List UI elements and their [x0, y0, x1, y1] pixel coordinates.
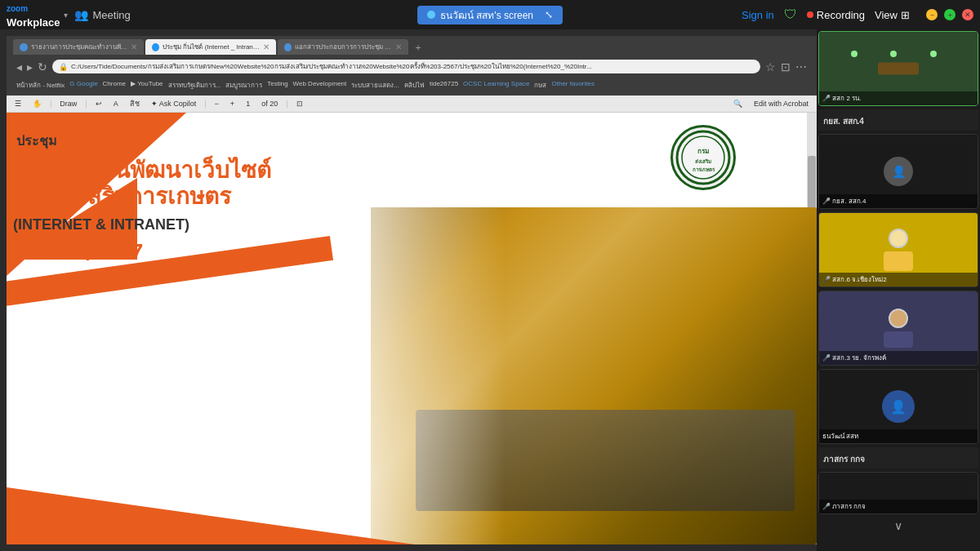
- browser-tab-1[interactable]: รายงานการประชุมคณะทำงานพัฒ... ✕: [13, 39, 144, 55]
- slide-line5: ครั้งที่ 3/2567: [13, 233, 271, 269]
- slide-line2: คณะทำงานพัฒนาเว็บไซต์: [13, 158, 271, 184]
- address-bar[interactable]: 🔒 C:/Users/Tide/Documents/กรมส่งเสริมการ…: [52, 60, 760, 73]
- expand-icon: ⤡: [545, 9, 553, 20]
- tab-favicon-3: [284, 43, 292, 51]
- mic-icon-4: 🎤: [822, 354, 831, 362]
- browser-tabs: รายงานการประชุมคณะทำงานพัฒ... ✕ ประชุม ก…: [13, 39, 810, 55]
- draw-tool[interactable]: Draw: [56, 99, 80, 109]
- screen-tab-label: ธนวัฒน์ สสท's screen: [440, 7, 533, 23]
- tab-label-1: รายงานการประชุมคณะทำงานพัฒ...: [31, 42, 127, 52]
- participant-card-4: 🎤 สสก.3 รย. จักรพงค์: [818, 291, 978, 366]
- participant-name-4: สสก.3 รย. จักรพงค์: [832, 354, 885, 362]
- close-button[interactable]: ✕: [962, 9, 973, 20]
- star-button[interactable]: ☆: [765, 60, 776, 73]
- recording-label: Recording: [817, 9, 865, 21]
- browser-chrome: รายงานการประชุมคณะทำงานพัฒ... ✕ ประชุม ก…: [7, 36, 817, 96]
- participant-video-5: 👤 ธนวัฒน์ สสท: [819, 370, 978, 443]
- bookmark-1[interactable]: สรรทบรัฐเดิมการ...: [168, 80, 221, 91]
- screen-share-tab[interactable]: ธนวัฒน์ สสท's screen ⤡: [417, 6, 563, 24]
- ask-copilot[interactable]: ✦ Ask Copilot: [148, 99, 200, 109]
- bookmark-google[interactable]: G Google: [69, 80, 97, 91]
- shield-icon: 🛡: [784, 7, 797, 22]
- main-area: รายงานการประชุมคณะทำงานพัฒ... ✕ ประชุม ก…: [0, 29, 980, 551]
- reload-button[interactable]: ↻: [38, 60, 47, 73]
- mic-icon-2: 🎤: [822, 198, 831, 205]
- bookmark-clip[interactable]: คลิปไฟ: [404, 80, 425, 91]
- recording-button[interactable]: Recording: [807, 9, 865, 21]
- bookmark-testing[interactable]: Testing: [267, 80, 287, 91]
- view-label: View: [875, 9, 898, 21]
- participant-name-3: สสก.6 จ.เชียงใหม่2: [832, 276, 887, 283]
- search-pdf[interactable]: 🔍: [730, 99, 746, 109]
- section-label-1-text: กยส. สสก.4: [823, 117, 864, 126]
- mic-icon-3: 🎤: [822, 276, 831, 283]
- show-more-button[interactable]: ∨: [817, 516, 980, 535]
- zoom-out[interactable]: −: [212, 99, 222, 109]
- browser-tab-3[interactable]: แอกสารประกอบการการประชุม WEBS... ✕: [278, 39, 408, 55]
- menu-button[interactable]: ⋯: [795, 60, 807, 73]
- browser-window: รายงานการประชุมคณะทำงานพัฒ... ✕ ประชุม ก…: [7, 36, 817, 544]
- zoom-text: zoom: [7, 4, 28, 13]
- extensions-button[interactable]: ⊡: [781, 60, 791, 73]
- page-indicator: 1: [243, 99, 253, 109]
- tab-close-2[interactable]: ✕: [263, 42, 270, 51]
- page-separator: of 20: [258, 99, 281, 109]
- bookmark-other[interactable]: Other favorites: [551, 80, 594, 91]
- slide-line1: ประชุม: [16, 131, 57, 151]
- svg-text:ส่งเสริม: ส่งเสริม: [695, 158, 711, 164]
- undo-btn[interactable]: ↩: [92, 99, 105, 109]
- zoom-in[interactable]: +: [227, 99, 238, 109]
- topbar-right: Sign in 🛡 Recording View ⊞ － ＋ ✕: [742, 7, 973, 22]
- orange-triangle-bottom: [7, 487, 415, 544]
- bookmark-2[interactable]: สมบูรณาการ: [225, 80, 262, 91]
- participant-name-overlay-4: 🎤 สสก.3 รย. จักรพงค์: [819, 351, 978, 365]
- edit-acrobat[interactable]: Edit with Acrobat: [751, 99, 812, 109]
- participant-name-6: ภาสกร กกจ: [832, 503, 866, 510]
- fit-page[interactable]: ⊡: [293, 99, 306, 109]
- chevron-down-icon[interactable]: ▾: [64, 11, 68, 20]
- pdf-content: ประชุม คณะทำงานพัฒนาเว็บไซต์ กรมส่งเสริม…: [7, 113, 817, 544]
- browser-tab-2[interactable]: ประชุม กิ่นไซต์ (Internet _ Intranet) ..…: [145, 39, 276, 55]
- workplace-text: Workplace: [7, 16, 60, 29]
- address-text: C:/Users/Tide/Documents/กรมส่งเสริมการเก…: [71, 61, 592, 72]
- bookmark-kst[interactable]: กษส: [534, 80, 546, 91]
- back-button[interactable]: ◂: [16, 60, 22, 73]
- tab-close-3[interactable]: ✕: [395, 42, 402, 51]
- tab-close-1[interactable]: ✕: [131, 42, 137, 51]
- slide-text-block: ประชุม: [16, 131, 57, 151]
- head-4: [889, 309, 908, 328]
- bookmark-netflix[interactable]: หน้าหลัก - Netflix: [16, 80, 65, 91]
- hand-tool[interactable]: ✋: [29, 99, 45, 109]
- hamburger-icon[interactable]: ☰: [11, 99, 24, 109]
- bookmark-3[interactable]: ระบบสายแสดง...: [351, 80, 399, 91]
- participant-name-5: ธนวัฒน์ สสท: [822, 433, 858, 440]
- body-3: [884, 251, 913, 271]
- grid-icon: ⊞: [901, 9, 910, 21]
- participant-name-overlay-5: ธนวัฒน์ สสท: [819, 429, 978, 443]
- person-dot-2: [890, 51, 897, 57]
- participant-name-overlay-1: 🎤 สสก 2 รน.: [819, 91, 978, 105]
- participant-card-6: 🎤 ภาสกร กกจ: [818, 472, 978, 514]
- window-controls: － ＋ ✕: [926, 9, 973, 20]
- forward-button[interactable]: ▸: [27, 60, 33, 73]
- maximize-button[interactable]: ＋: [944, 9, 956, 20]
- view-button[interactable]: View ⊞: [875, 9, 910, 21]
- bookmark-webdev[interactable]: Web Development: [293, 80, 347, 91]
- bookmark-tide[interactable]: tide26725: [430, 80, 458, 91]
- bookmark-ocsc[interactable]: OCSC Learning Space: [463, 80, 529, 91]
- svg-text:กรม: กรม: [697, 148, 709, 155]
- zoom-brand: zoom Workplace: [7, 0, 60, 29]
- minimize-button[interactable]: －: [926, 9, 938, 20]
- browser-nav: ◂ ▸ ↻ 🔒 C:/Users/Tide/Documents/กรมส่งเส…: [13, 57, 810, 76]
- bookmark-chrome[interactable]: Chrome: [103, 80, 126, 91]
- emblem-circle: กรม ส่งเสริม การเกษตร: [670, 125, 736, 190]
- participant-video-1: 🎤 สสก 2 รน.: [819, 32, 978, 105]
- participant-name-overlay-3: 🎤 สสก.6 จ.เชียงใหม่2: [819, 273, 978, 287]
- sign-in-button[interactable]: Sign in: [742, 9, 774, 21]
- participant-name-overlay-2: 🎤 กยส. สสก.4: [819, 194, 978, 208]
- participant-card-2: 👤 🎤 กยส. สสก.4: [818, 134, 978, 209]
- top-bar: zoom Workplace ▾ 👥 Meeting ธนวัฒน์ สสท's…: [0, 0, 980, 29]
- bookmark-youtube[interactable]: ▶ YouTube: [131, 80, 163, 91]
- tab-add-button[interactable]: ＋: [413, 41, 423, 55]
- text-tool[interactable]: A: [110, 99, 122, 109]
